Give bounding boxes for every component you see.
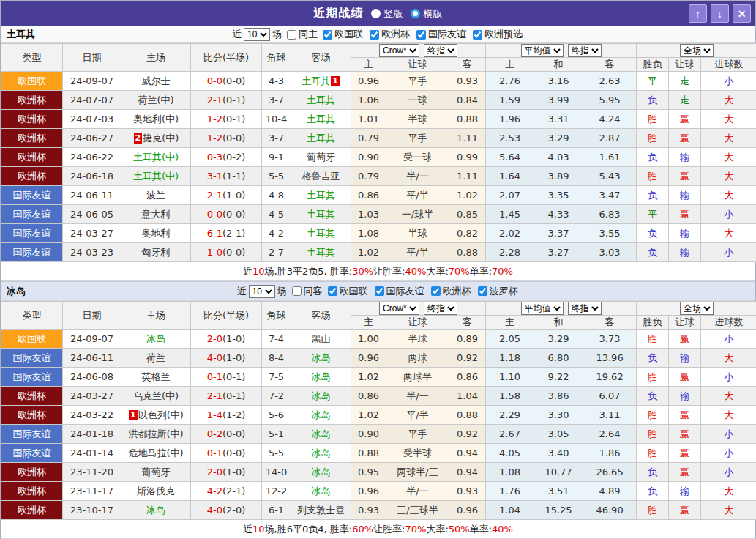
same-venue-checkbox[interactable]: [292, 286, 302, 296]
summary-text: 大率:: [426, 265, 448, 278]
halftime-score: (0-0): [222, 447, 245, 458]
bookmaker-select[interactable]: Crow*: [379, 44, 419, 57]
goals-result-cell: 大: [701, 387, 756, 406]
move-down-button[interactable]: ↓: [711, 4, 729, 23]
summary-text: 30%: [352, 266, 373, 277]
odds-time-select[interactable]: 终指: [424, 302, 457, 315]
away-team-cell: 土耳其: [291, 110, 351, 129]
avg-home-odds-cell: 2.67: [486, 425, 534, 444]
avg-draw-odds-cell: 3.40: [534, 444, 583, 463]
avg-draw-odds-cell: 3.05: [534, 425, 583, 444]
winloss-result-cell: 负: [637, 243, 669, 262]
away-team-cell: 冰岛: [291, 387, 351, 406]
odds-time-select-2[interactable]: 终指: [568, 44, 602, 57]
away-team-cell: 土耳其: [291, 243, 351, 262]
window-controls: ↑ ↓ ✕: [689, 4, 751, 23]
avg-draw-odds-cell: 10.77: [534, 463, 583, 482]
league-filter-checkbox[interactable]: [478, 286, 487, 296]
close-button[interactable]: ✕: [733, 4, 751, 23]
league-filter-checkbox[interactable]: [416, 30, 426, 40]
header-group-row: 类型日期主场比分(半场)角球客场Crow*终指平均值终指全场: [1, 44, 756, 58]
handicap-result-cell: 赢: [669, 501, 701, 520]
avg-away-odds-cell: 2.87: [583, 129, 637, 148]
home-team-cell: 2捷克(中): [121, 129, 191, 148]
sub-column-header: 胜负: [637, 58, 669, 72]
crow-handicap-cell: 两球半: [386, 368, 449, 387]
league-filter-label: 欧洲杯: [443, 285, 471, 298]
halftime-score: (1-1): [222, 171, 245, 182]
crow-handicap-cell: 受一球: [386, 148, 449, 167]
same-venue-checkbox[interactable]: [287, 30, 296, 40]
league-type-cell: 国际友谊: [1, 368, 63, 387]
red-card-badge: 1: [129, 410, 138, 420]
handicap-result-cell: 赢: [669, 368, 701, 387]
handicap-result-cell: 输: [669, 482, 701, 501]
close-icon: ✕: [738, 9, 746, 19]
score-cell: 2-0(1-0): [191, 330, 262, 349]
goals-result-cell: 大: [701, 110, 756, 129]
away-team-cell: 黑山: [291, 330, 351, 349]
sub-column-header: 客: [583, 58, 637, 72]
period-select[interactable]: 全场: [680, 302, 714, 315]
crow-away-odds-cell: 0.94: [449, 463, 486, 482]
match-row: 欧洲杯24-06-272捷克(中)1-2(0-0)3-7土耳其0.79平手1.1…: [1, 129, 756, 148]
crow-home-odds-cell: 0.93: [351, 501, 386, 520]
avg-draw-odds-cell: 3.89: [534, 167, 583, 186]
radio-horizontal-layout[interactable]: 横版: [411, 7, 443, 21]
radio-vertical-layout[interactable]: 竖版: [371, 7, 403, 21]
league-type-cell: 欧洲杯: [1, 501, 63, 520]
date-cell: 24-06-05: [63, 205, 121, 224]
avg-away-odds-cell: 5.43: [583, 167, 637, 186]
odds-time-select[interactable]: 终指: [424, 44, 457, 57]
avg-draw-odds-cell: 3.51: [534, 482, 583, 501]
league-filter-checkbox[interactable]: [370, 30, 379, 40]
home-team-cell: 意大利: [121, 205, 191, 224]
score-cell: 1-2(0-0): [191, 129, 262, 148]
period-select[interactable]: 全场: [680, 44, 714, 57]
sub-column-header: 客: [583, 316, 637, 330]
crow-away-odds-cell: 0.99: [449, 148, 486, 167]
score-cell: 2-1(0-1): [191, 91, 262, 110]
average-select[interactable]: 平均值: [521, 302, 564, 315]
games-count-select[interactable]: 10: [249, 285, 275, 298]
odds-time-select-2[interactable]: 终指: [568, 302, 602, 315]
crow-handicap-cell: 半/一: [386, 167, 449, 186]
crow-handicap-cell: 两球半/三: [386, 463, 449, 482]
title-bar-center: 近期战绩 竖版 横版: [1, 6, 755, 21]
league-filter-checkbox[interactable]: [375, 286, 384, 296]
league-filter-checkbox[interactable]: [328, 286, 337, 296]
avg-home-odds-cell: 2.05: [486, 330, 534, 349]
games-count-select[interactable]: 10: [244, 28, 270, 41]
away-team-cell: 土耳其: [291, 224, 351, 243]
crow-away-odds-cell: 1.11: [449, 129, 486, 148]
league-filter-label: 欧国联: [334, 28, 363, 41]
away-team-cell: 土耳其: [291, 205, 351, 224]
crow-home-odds-cell: 0.96: [351, 72, 386, 91]
avg-draw-odds-cell: 3.16: [534, 72, 583, 91]
goals-result-cell: 大: [701, 186, 756, 205]
league-filter-checkbox[interactable]: [473, 30, 482, 40]
avg-away-odds-cell: 4.89: [583, 482, 637, 501]
league-filter-checkbox[interactable]: [323, 30, 332, 40]
league-filter-label: 国际友谊: [386, 285, 424, 298]
goals-result-cell: 小: [701, 463, 756, 482]
goals-result-cell: 小: [701, 205, 756, 224]
page-title: 近期战绩: [314, 6, 364, 21]
crow-handicap-cell: 半球: [386, 330, 449, 349]
move-up-button[interactable]: ↑: [689, 4, 707, 23]
bookmaker-select[interactable]: Crow*: [379, 302, 419, 315]
fulltime-score: 0-1: [207, 447, 222, 458]
radio-horizontal-label: 横版: [424, 7, 443, 21]
date-cell: 24-01-14: [63, 444, 121, 463]
score-cell: 6-1(2-1): [191, 224, 262, 243]
league-type-cell: 欧洲杯: [1, 463, 63, 482]
league-filter-checkbox[interactable]: [431, 286, 441, 296]
date-cell: 24-07-07: [63, 91, 121, 110]
corner-cell: 14-0: [262, 463, 291, 482]
average-select[interactable]: 平均值: [521, 44, 564, 57]
winloss-result-cell: 平: [637, 72, 669, 91]
league-type-cell: 欧洲杯: [1, 91, 63, 110]
crow-handicap-cell: 半/一: [386, 387, 449, 406]
crow-handicap-cell: 平手: [386, 425, 449, 444]
sub-column-header: 进球数: [701, 316, 756, 330]
